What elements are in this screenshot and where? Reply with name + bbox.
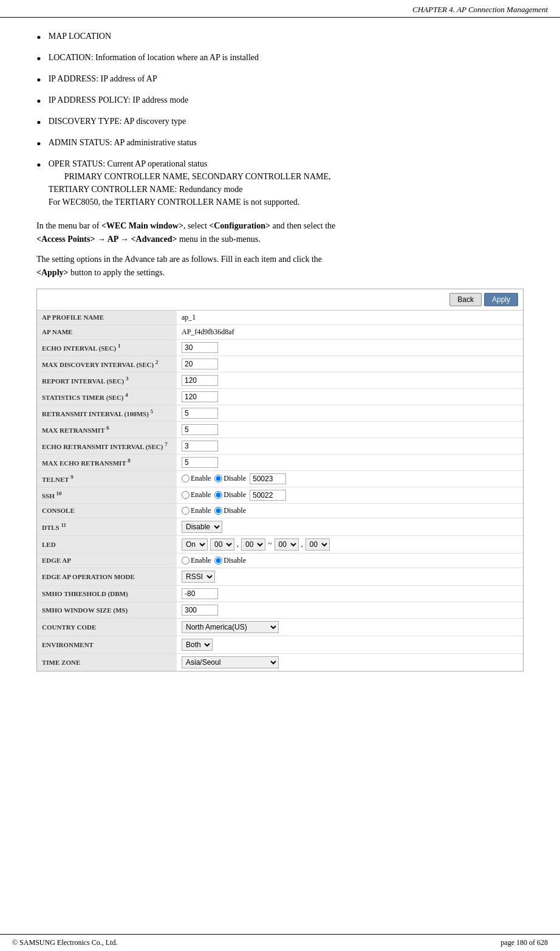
footer-right: page 180 of 628 <box>500 938 548 947</box>
ssh-enable-label[interactable]: Enable <box>182 490 211 500</box>
value-telnet[interactable]: Enable Disable <box>177 470 523 487</box>
telnet-disable-radio[interactable] <box>214 475 222 482</box>
value-max-discovery[interactable] <box>177 355 523 372</box>
value-smho-threshold[interactable] <box>177 585 523 602</box>
panel-toolbar: Back Apply <box>37 289 523 311</box>
value-statistics-timer[interactable] <box>177 388 523 405</box>
report-interval-input[interactable] <box>182 375 218 386</box>
bullet-dot: • <box>36 91 41 111</box>
edge-ap-enable-radio[interactable] <box>182 557 190 565</box>
label-edge-ap: EDGE AP <box>37 553 177 568</box>
ssh-disable-label[interactable]: Disable <box>214 490 246 500</box>
value-edge-ap-op-mode[interactable]: RSSI <box>177 568 523 585</box>
table-row: MAX RETRANSMIT 6 <box>37 421 523 438</box>
paragraph-2: The setting options in the Advance tab a… <box>36 253 524 280</box>
max-echo-retransmit-input[interactable] <box>182 457 218 468</box>
max-discovery-input[interactable] <box>182 359 218 369</box>
label-ap-profile-name: AP PROFILE NAME <box>37 311 177 325</box>
led-h1-select[interactable]: 00 <box>210 538 234 551</box>
ssh-enable-radio[interactable] <box>182 491 190 499</box>
bullet-text: IP ADDRESS: IP address of AP <box>49 72 157 85</box>
table-row: EDGE AP Enable Disable <box>37 553 523 568</box>
value-led[interactable]: OnOff 00 , 00 ~ 00 , 00 <box>177 535 523 553</box>
time-zone-select[interactable]: Asia/Seoul <box>182 656 279 668</box>
back-button[interactable]: Back <box>449 293 482 306</box>
value-ap-profile-name: ap_1 <box>177 311 523 325</box>
settings-panel: Back Apply AP PROFILE NAME ap_1 AP NAME … <box>36 289 524 671</box>
smho-window-input[interactable] <box>182 605 218 616</box>
bullet-text: LOCATION: Information of location where … <box>49 51 259 64</box>
bullet-text: MAP LOCATION <box>49 30 111 43</box>
table-row: AP PROFILE NAME ap_1 <box>37 311 523 325</box>
value-ssh[interactable]: Enable Disable <box>177 487 523 503</box>
value-smho-window[interactable] <box>177 602 523 618</box>
table-row: ECHO RETRANSMIT INTERVAL (SEC) 7 <box>37 438 523 454</box>
label-max-echo-retransmit: MAX ECHO RETRANSMIT 8 <box>37 454 177 470</box>
bullet-text: ADMIN STATUS: AP administrative status <box>49 136 197 149</box>
list-item: • DISCOVERY TYPE: AP discovery type <box>36 115 524 132</box>
label-ssh: SSH 10 <box>37 487 177 503</box>
led-h4-select[interactable]: 00 <box>306 538 330 551</box>
statistics-timer-input[interactable] <box>182 391 218 402</box>
value-dtls[interactable]: Disable Enable <box>177 518 523 535</box>
environment-select[interactable]: Both <box>182 639 213 651</box>
retransmit-interval-input[interactable] <box>182 408 218 419</box>
value-console[interactable]: Enable Disable <box>177 503 523 518</box>
value-ap-name: AP_f4d9fb36d8af <box>177 324 523 339</box>
console-disable-label[interactable]: Disable <box>214 506 246 515</box>
table-row: RETRANSMIT INTERVAL (100MS) 5 <box>37 405 523 421</box>
value-country-code[interactable]: North America(US) <box>177 618 523 636</box>
label-max-retransmit: MAX RETRANSMIT 6 <box>37 421 177 438</box>
value-report-interval[interactable] <box>177 372 523 388</box>
list-item: • ADMIN STATUS: AP administrative status <box>36 136 524 154</box>
telnet-enable-radio[interactable] <box>182 475 190 482</box>
ssh-radio-group: Enable Disable <box>182 490 518 501</box>
console-enable-label[interactable]: Enable <box>182 506 211 515</box>
ssh-port-input[interactable] <box>250 490 286 501</box>
telnet-enable-label[interactable]: Enable <box>182 474 211 483</box>
smho-threshold-input[interactable] <box>182 588 218 599</box>
apply-button[interactable]: Apply <box>484 293 518 306</box>
telnet-port-input[interactable] <box>250 473 286 484</box>
country-code-select[interactable]: North America(US) <box>182 621 279 633</box>
label-country-code: COUNTRY CODE <box>37 618 177 636</box>
value-retransmit-interval[interactable] <box>177 405 523 421</box>
label-echo-retransmit: ECHO RETRANSMIT INTERVAL (SEC) 7 <box>37 438 177 454</box>
led-on-select[interactable]: OnOff <box>182 538 208 551</box>
edge-ap-op-mode-select[interactable]: RSSI <box>182 571 215 583</box>
telnet-radio-group: Enable Disable <box>182 473 518 484</box>
console-enable-radio[interactable] <box>182 507 190 515</box>
label-time-zone: TIME ZONE <box>37 653 177 671</box>
value-edge-ap[interactable]: Enable Disable <box>177 553 523 568</box>
led-h3-select[interactable]: 00 <box>275 538 299 551</box>
dtls-select[interactable]: Disable Enable <box>182 521 222 533</box>
label-environment: ENVIRONMENT <box>37 636 177 653</box>
led-h2-select[interactable]: 00 <box>241 538 265 551</box>
value-time-zone[interactable]: Asia/Seoul <box>177 653 523 671</box>
table-row: TELNET 9 Enable Disable <box>37 470 523 487</box>
list-item: • IP ADDRESS: IP address of AP <box>36 72 524 90</box>
edge-ap-radio-group: Enable Disable <box>182 556 518 565</box>
ssh-disable-radio[interactable] <box>214 491 222 499</box>
telnet-disable-label[interactable]: Disable <box>214 474 246 483</box>
value-environment[interactable]: Both <box>177 636 523 653</box>
indent-block: PRIMARY CONTROLLER NAME, SECONDARY CONTR… <box>49 172 331 207</box>
echo-retransmit-input[interactable] <box>182 441 218 451</box>
table-row: SSH 10 Enable Disable <box>37 487 523 503</box>
value-echo-interval[interactable] <box>177 339 523 355</box>
max-retransmit-input[interactable] <box>182 424 218 435</box>
console-disable-radio[interactable] <box>214 507 222 515</box>
edge-ap-enable-label[interactable]: Enable <box>182 556 211 565</box>
table-row: SMHO WINDOW SIZE (MS) <box>37 602 523 618</box>
label-max-discovery: MAX DISCOVERY INTERVAL (SEC) 2 <box>37 355 177 372</box>
list-item: • LOCATION: Information of location wher… <box>36 51 524 69</box>
echo-interval-input[interactable] <box>182 342 218 353</box>
bullet-dot: • <box>36 49 41 69</box>
label-led: LED <box>37 535 177 553</box>
page-content: • MAP LOCATION • LOCATION: Information o… <box>0 18 560 720</box>
value-echo-retransmit[interactable] <box>177 438 523 454</box>
value-max-echo-retransmit[interactable] <box>177 454 523 470</box>
value-max-retransmit[interactable] <box>177 421 523 438</box>
edge-ap-disable-label[interactable]: Disable <box>214 556 246 565</box>
edge-ap-disable-radio[interactable] <box>214 557 222 565</box>
